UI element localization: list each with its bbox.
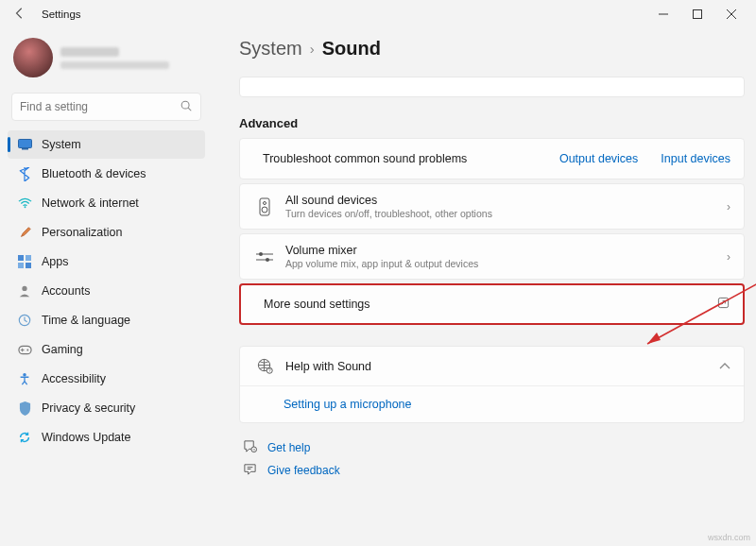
nav-label: Accessibility <box>42 372 106 385</box>
shield-icon <box>17 401 32 416</box>
system-icon <box>17 137 32 152</box>
sidebar-item-bluetooth[interactable]: Bluetooth & devices <box>8 160 205 188</box>
card-fragment <box>239 77 745 97</box>
nav-label: Windows Update <box>42 431 131 444</box>
link-get-help[interactable]: Get help <box>267 441 310 454</box>
apps-icon <box>17 254 32 269</box>
breadcrumb: System › Sound <box>239 38 745 60</box>
sidebar-item-privacy[interactable]: Privacy & security <box>8 394 205 422</box>
sidebar-item-gaming[interactable]: Gaming <box>8 335 205 364</box>
card-title: Volume mixer <box>285 244 727 257</box>
search-icon <box>180 99 193 115</box>
sidebar-item-network[interactable]: Network & internet <box>8 189 205 217</box>
sidebar-item-time[interactable]: Time & language <box>8 306 205 334</box>
nav-label: Network & internet <box>42 196 139 210</box>
card-all-sound-devices[interactable]: All sound devices Turn devices on/off, t… <box>239 183 745 230</box>
speaker-icon <box>253 197 276 216</box>
bluetooth-icon <box>17 166 32 181</box>
svg-rect-7 <box>22 148 28 150</box>
svg-rect-9 <box>18 255 24 261</box>
card-help-with-sound: ? Help with Sound Setting up a microphon… <box>239 346 745 423</box>
svg-rect-11 <box>18 263 24 268</box>
nav-label: Bluetooth & devices <box>42 167 146 180</box>
svg-text:?: ? <box>267 368 270 373</box>
nav-label: Gaming <box>42 343 83 356</box>
window-title: Settings <box>42 9 81 20</box>
link-setup-microphone[interactable]: Setting up a microphone <box>284 398 412 411</box>
close-button[interactable] <box>714 1 748 27</box>
clock-icon <box>17 313 32 328</box>
card-sub: Turn devices on/off, troubleshoot, other… <box>285 208 727 219</box>
sidebar-item-accounts[interactable]: Accounts <box>8 277 205 305</box>
card-title: More sound settings <box>264 298 717 311</box>
svg-point-24 <box>266 258 269 262</box>
card-volume-mixer[interactable]: Volume mixer App volume mix, app input &… <box>239 233 745 280</box>
gaming-icon <box>17 342 32 357</box>
chevron-right-icon: › <box>727 250 730 264</box>
user-profile[interactable] <box>8 34 205 91</box>
card-troubleshoot: Troubleshoot common sound problems Outpu… <box>239 138 745 179</box>
page-title: Sound <box>322 38 381 60</box>
chevron-up-icon <box>719 360 730 373</box>
nav-label: Time & language <box>42 314 130 327</box>
troubleshoot-label: Troubleshoot common sound problems <box>263 152 559 165</box>
svg-point-19 <box>264 201 266 204</box>
card-title: Help with Sound <box>285 360 719 373</box>
avatar <box>13 38 53 77</box>
nav-label: Accounts <box>42 284 90 298</box>
link-input-devices[interactable]: Input devices <box>661 152 730 165</box>
accounts-icon <box>17 283 32 299</box>
mixer-icon <box>253 250 276 264</box>
help-icon: ? <box>243 439 258 456</box>
brush-icon <box>17 225 32 240</box>
search-input[interactable] <box>20 100 180 113</box>
update-icon <box>17 430 32 445</box>
nav-label: System <box>42 138 81 151</box>
advanced-heading: Advanced <box>239 116 745 130</box>
chevron-right-icon: › <box>310 41 315 57</box>
sidebar-item-apps[interactable]: Apps <box>8 247 205 276</box>
card-sub: App volume mix, app input & output devic… <box>285 258 727 269</box>
svg-rect-10 <box>26 255 31 261</box>
svg-line-5 <box>188 108 191 111</box>
sidebar: System Bluetooth & devices Network & int… <box>0 28 213 546</box>
svg-rect-1 <box>694 10 702 19</box>
card-more-sound-settings[interactable]: More sound settings <box>239 283 745 325</box>
maximize-button[interactable] <box>680 1 714 27</box>
watermark: wsxdn.com <box>708 533 750 542</box>
titlebar: Settings <box>0 0 756 28</box>
nav-label: Apps <box>42 255 69 268</box>
chevron-right-icon: › <box>727 200 730 213</box>
breadcrumb-category[interactable]: System <box>239 38 302 60</box>
wifi-icon <box>17 196 32 211</box>
svg-marker-27 <box>647 333 661 344</box>
globe-help-icon: ? <box>253 358 276 374</box>
sidebar-item-accessibility[interactable]: Accessibility <box>8 365 205 393</box>
svg-point-17 <box>23 373 26 377</box>
sidebar-item-system[interactable]: System <box>8 130 205 159</box>
svg-point-4 <box>181 101 189 109</box>
user-name-blur <box>60 47 119 57</box>
link-give-feedback[interactable]: Give feedback <box>267 464 340 477</box>
help-header[interactable]: ? Help with Sound <box>240 347 744 385</box>
svg-rect-6 <box>18 140 31 148</box>
sidebar-item-personalization[interactable]: Personalization <box>8 218 205 247</box>
minimize-button[interactable] <box>646 1 680 27</box>
feedback-icon <box>243 462 258 479</box>
sidebar-item-update[interactable]: Windows Update <box>8 423 205 452</box>
back-button[interactable] <box>13 7 32 23</box>
svg-point-23 <box>259 252 263 256</box>
svg-point-20 <box>262 207 267 213</box>
nav-label: Personalization <box>42 226 122 239</box>
nav-label: Privacy & security <box>42 401 135 415</box>
svg-point-13 <box>22 286 26 291</box>
nav-list: System Bluetooth & devices Network & int… <box>8 130 205 452</box>
accessibility-icon <box>17 371 32 386</box>
open-external-icon <box>717 297 730 312</box>
main-content: System › Sound Advanced Troubleshoot com… <box>213 28 756 546</box>
search-box[interactable] <box>11 93 201 121</box>
link-output-devices[interactable]: Output devices <box>559 152 638 165</box>
svg-point-8 <box>24 206 26 208</box>
svg-point-16 <box>26 349 28 350</box>
footer-links: ? Get help Give feedback <box>239 436 745 482</box>
